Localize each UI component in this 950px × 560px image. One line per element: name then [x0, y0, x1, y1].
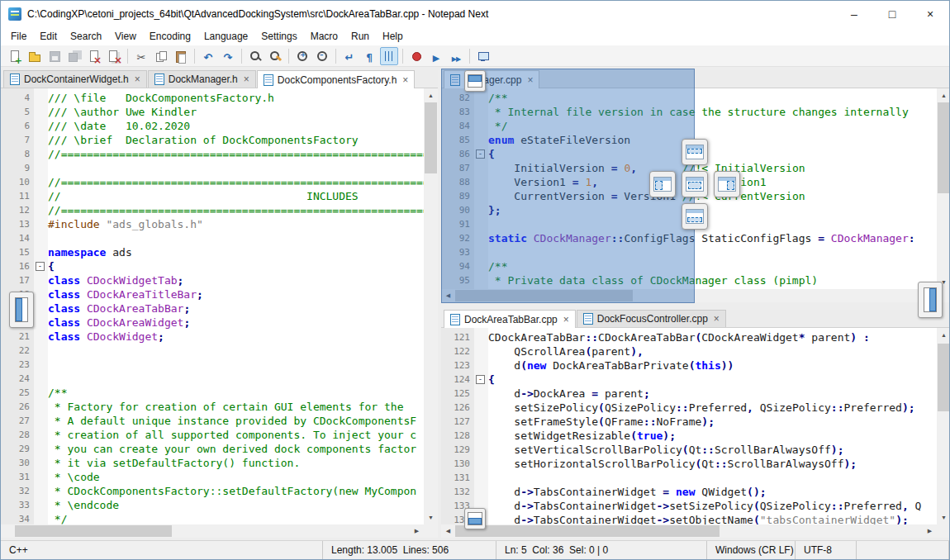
fold-margin-cell[interactable]: -: [474, 373, 488, 387]
scroll-right-button[interactable]: ▶: [410, 524, 424, 538]
minimize-button[interactable]: –: [835, 1, 873, 27]
drop-indicator-edge-bottom[interactable]: [464, 508, 486, 529]
close-button[interactable]: ×: [911, 1, 949, 27]
editor-bottom-right[interactable]: 121CDockAreaTabBar::CDockAreaTabBar(CDoc…: [441, 328, 937, 524]
run-macro-multiple-button[interactable]: [447, 47, 465, 65]
line-number: 34: [1, 512, 34, 524]
menu-language[interactable]: Language: [197, 29, 254, 44]
zoom-in-button[interactable]: [293, 47, 311, 65]
menu-view[interactable]: View: [108, 29, 143, 44]
code-text: CDockAreaTabBar::CDockAreaTabBar(CDockAr…: [488, 330, 870, 344]
menu-run[interactable]: Run: [344, 29, 376, 44]
close-file-button[interactable]: [85, 47, 103, 65]
vertical-scrollbar[interactable]: ▲ ▼: [937, 328, 949, 524]
fold-margin-cell[interactable]: -: [34, 259, 48, 273]
scrollbar-track[interactable]: [424, 102, 438, 510]
zoom-out-button[interactable]: [313, 47, 331, 65]
menu-file[interactable]: File: [4, 29, 33, 44]
tab-close-icon[interactable]: ×: [135, 74, 140, 84]
menu-edit[interactable]: Edit: [33, 29, 64, 44]
editor-left[interactable]: 4/// \file DockComponentsFactory.h5/// \…: [1, 88, 424, 524]
drop-indicator-right[interactable]: [714, 171, 740, 197]
word-wrap-button[interactable]: [340, 47, 359, 65]
code-text: /// \date 10.02.2020: [48, 119, 190, 133]
line-number: 7: [1, 133, 34, 147]
redo-button[interactable]: [219, 47, 237, 65]
maximize-button[interactable]: □: [873, 1, 911, 27]
tab-label: DockManager.h: [169, 74, 238, 85]
vertical-scrollbar[interactable]: ▲ ▼: [937, 88, 949, 289]
tab-DockAreaTabBar.cpp[interactable]: DockAreaTabBar.cpp×: [444, 310, 576, 328]
line-number: 16: [1, 259, 34, 273]
replace-button[interactable]: [266, 47, 284, 65]
drop-indicator-top[interactable]: [682, 139, 708, 165]
drop-indicator-edge-left[interactable]: [9, 292, 34, 328]
line-number: 128: [441, 429, 474, 443]
vertical-scrollbar[interactable]: ▲ ▼: [424, 88, 438, 524]
fold-collapse-icon[interactable]: -: [476, 375, 485, 384]
drop-indicator-edge-right[interactable]: [918, 282, 943, 318]
tab-close-icon[interactable]: ×: [563, 315, 569, 325]
drop-indicator-edge-top[interactable]: [464, 70, 486, 92]
save-all-button[interactable]: [65, 47, 83, 65]
undo-button[interactable]: [199, 47, 217, 65]
new-file-button[interactable]: [6, 47, 24, 65]
cut-button[interactable]: [132, 47, 150, 65]
drop-indicator-center[interactable]: [682, 171, 708, 197]
menu-help[interactable]: Help: [376, 29, 410, 44]
drop-indicator-left[interactable]: [649, 171, 676, 197]
tab-close-icon[interactable]: ×: [244, 74, 249, 84]
horizontal-scrollbar[interactable]: ◀ ▶: [441, 524, 937, 538]
scrollbar-track[interactable]: [937, 342, 949, 510]
document-icon: [10, 74, 20, 85]
save-button[interactable]: [45, 47, 64, 65]
show-all-characters-button[interactable]: [360, 47, 378, 65]
scrollbar-track[interactable]: [15, 524, 410, 538]
scrollbar-thumb[interactable]: [938, 344, 949, 411]
close-all-button[interactable]: [105, 47, 123, 65]
fold-margin-cell: [474, 429, 488, 443]
scrollbar-track[interactable]: [937, 102, 949, 275]
open-file-button[interactable]: [26, 47, 44, 65]
scroll-left-button[interactable]: [1, 524, 15, 538]
scroll-left-button[interactable]: ◀: [441, 524, 455, 538]
indent-guides-button[interactable]: [380, 47, 398, 65]
record-macro-button[interactable]: [407, 47, 425, 65]
paste-button[interactable]: [172, 47, 190, 65]
tab-DockFocusController.cpp[interactable]: DockFocusController.cpp×: [577, 310, 726, 327]
splitter-horizontal[interactable]: [441, 302, 949, 310]
code-line: 132 d->TabsContainerWidget = new QWidget…: [441, 485, 937, 499]
monitor-button[interactable]: [474, 47, 492, 65]
find-button[interactable]: [246, 47, 264, 65]
drop-indicator-bottom[interactable]: [682, 203, 708, 230]
tab-close-icon[interactable]: ×: [714, 314, 720, 324]
code-line: 130 setHorizontalScrollBarPolicy(Qt::Scr…: [441, 457, 937, 471]
tab-DockManager.h[interactable]: DockManager.h×: [148, 70, 256, 88]
menu-settings[interactable]: Settings: [254, 29, 303, 44]
menu-encoding[interactable]: Encoding: [143, 29, 197, 44]
scroll-right-button[interactable]: ▶: [923, 524, 937, 538]
scrollbar-thumb[interactable]: [938, 102, 949, 193]
menu-macro[interactable]: Macro: [304, 29, 344, 44]
play-macro-button[interactable]: [427, 47, 445, 65]
scroll-down-button[interactable]: ▼: [937, 510, 949, 524]
copy-button[interactable]: [152, 47, 170, 65]
scrollbar-thumb[interactable]: [425, 102, 437, 173]
close-file-icon: [88, 50, 101, 63]
scrollbar-track[interactable]: [455, 524, 923, 538]
fold-collapse-icon[interactable]: -: [36, 262, 45, 271]
tab-close-icon[interactable]: ×: [402, 75, 408, 85]
scroll-up-button[interactable]: ▲: [937, 88, 949, 102]
line-number: 126: [441, 401, 474, 415]
horizontal-scrollbar[interactable]: ▶: [1, 524, 424, 538]
scrollbar-thumb[interactable]: [15, 525, 172, 537]
menu-search[interactable]: Search: [64, 29, 108, 44]
tab-DockContainerWidget.h[interactable]: DockContainerWidget.h×: [3, 70, 147, 88]
cut-icon: [135, 50, 148, 63]
scroll-up-button[interactable]: ▲: [424, 88, 438, 102]
scrollbar-thumb[interactable]: [455, 525, 720, 537]
scroll-up-button[interactable]: ▲: [937, 328, 949, 342]
tab-DockComponentsFactory.h[interactable]: DockComponentsFactory.h×: [257, 70, 416, 88]
scroll-down-button[interactable]: ▼: [424, 510, 438, 524]
code-line: 22: [1, 344, 424, 358]
